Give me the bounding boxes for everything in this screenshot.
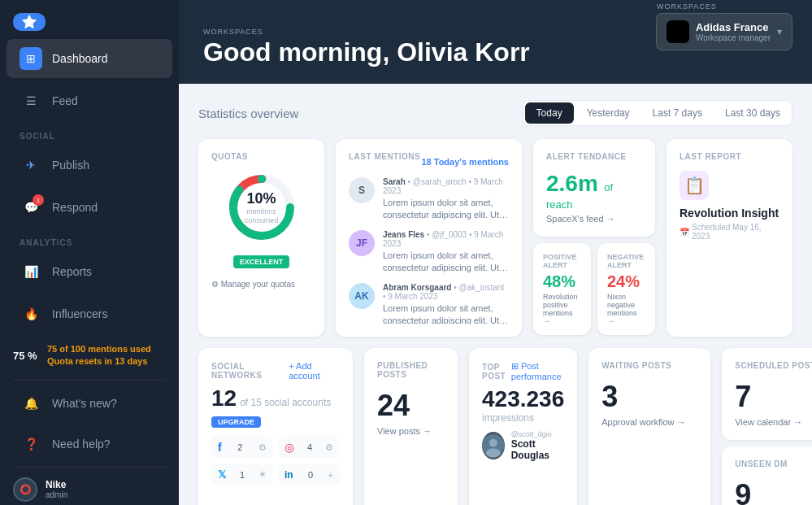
- pa-title: POSITIVE ALERT: [543, 253, 581, 269]
- author-handle: @scott_dgio: [511, 430, 565, 438]
- social-title: SOCIAL NETWORKS: [211, 362, 289, 380]
- pa-link[interactable]: Revolution positive mentions →: [543, 293, 581, 325]
- sidebar-item-label: What's new?: [52, 397, 117, 410]
- chevron-down-icon: ▾: [777, 26, 782, 37]
- sidebar-item-influencers[interactable]: 🔥 Influencers: [7, 294, 172, 333]
- cards-row-1: QUOTAS: [198, 139, 792, 337]
- alert-value: 2.6m: [546, 171, 598, 196]
- top-post-card: TOP POST ⊞ Post performance 423.236 impr…: [469, 348, 577, 505]
- sidebar-item-whats-new[interactable]: 🔔 What's new?: [7, 384, 172, 423]
- pa-value: 48%: [543, 272, 581, 291]
- time-btn-7days[interactable]: Last 7 days: [641, 101, 714, 125]
- workspace-label-text: WORKSPACES: [657, 2, 717, 11]
- dashboard-icon: ⊞: [20, 47, 42, 70]
- social-header: SOCIAL NETWORKS + Add account: [211, 361, 340, 381]
- sidebar-bottom: 75 % 75 of 100 mentions used Quota reset…: [0, 335, 179, 505]
- approval-link[interactable]: Approval workflow →: [601, 417, 697, 427]
- publish-icon: ✈: [20, 154, 42, 176]
- workspace-icon: 🅰: [667, 20, 689, 43]
- alert-tendance-card: ALERT TENDANCE 2.6m of reach SpaceX's fe…: [533, 139, 655, 237]
- divider: [13, 380, 166, 381]
- upgrade-badge[interactable]: UPGRADE: [211, 416, 261, 428]
- main-content: WORKSPACES 🅰 Adidas France Workspace man…: [179, 0, 812, 505]
- mention-text: Lorem ipsum dolor sit amet, consectetur …: [383, 250, 509, 275]
- user-nike[interactable]: ⭕ Nike admin: [0, 471, 179, 505]
- mention-item: JF Jeans Fles • @jf_0003 • 9 March 2023 …: [349, 230, 509, 275]
- facebook-icon: f: [218, 441, 222, 454]
- mentions-card: LAST MENTIONS 18 Today's mentions S Sara…: [336, 139, 522, 337]
- svg-marker-0: [22, 15, 37, 28]
- view-posts-link[interactable]: View posts →: [377, 426, 445, 436]
- author-avatar: [482, 432, 505, 459]
- mention-content: Sarah • @sarah_aroch • 9 March 2023 Lore…: [383, 177, 509, 222]
- time-btn-yesterday[interactable]: Yesterday: [575, 101, 641, 125]
- sidebar-item-respond[interactable]: 💬 1 Respond: [7, 188, 172, 227]
- sidebar-item-publish[interactable]: ✈ Publish: [7, 146, 172, 185]
- quota-section: 75 % 75 of 100 mentions used Quota reset…: [0, 335, 179, 377]
- sidebar-item-reports[interactable]: 📊 Reports: [7, 252, 172, 291]
- sidebar-item-dashboard[interactable]: ⊞ Dashboard: [7, 39, 172, 78]
- notification-icon: 🔔: [20, 392, 42, 415]
- post-author: @scott_dgio Scott Douglas: [482, 430, 564, 461]
- negative-alert-card: NEGATIVE ALERT 24% Nixon negative mentio…: [597, 243, 655, 335]
- sidebar-item-help[interactable]: ❓ Need help?: [7, 424, 172, 464]
- positive-alert-card: POSITIVE ALERT 48% Revolution positive m…: [533, 243, 591, 335]
- scheduled-posts-card: SCHEDULED POSTS 7 View calendar →: [722, 348, 812, 440]
- calendar-icon: 📅: [680, 228, 689, 237]
- tw-settings: ☀: [258, 469, 267, 480]
- alert-value-row: 2.6m of reach: [546, 171, 642, 211]
- nike-avatar: ⭕: [13, 477, 37, 502]
- waiting-posts-card: WAITING POSTS 3 Approval workflow →: [588, 348, 710, 505]
- mention-item: S Sarah • @sarah_aroch • 9 March 2023 Lo…: [349, 177, 509, 222]
- app-logo[interactable]: [13, 13, 46, 31]
- mentions-list: S Sarah • @sarah_aroch • 9 March 2023 Lo…: [349, 177, 509, 324]
- donut-container: 10% mentions consumed: [211, 171, 311, 244]
- mention-content: Abram Korsgaard • @ak_instant • 9 March …: [383, 283, 509, 324]
- time-btn-30days[interactable]: Last 30 days: [714, 101, 792, 125]
- sched-count: 7: [735, 380, 812, 414]
- linkedin-account: in 0 +: [278, 464, 340, 485]
- mention-text: Lorem ipsum dolor sit amet, consectetur …: [383, 303, 509, 324]
- excellent-badge: EXCELLENT: [233, 255, 290, 268]
- sched-title: SCHEDULED POSTS: [735, 361, 812, 370]
- na-link[interactable]: Nixon negative mentions →: [607, 293, 645, 325]
- social-section-label: SOCIAL: [0, 122, 179, 144]
- quota-text: 75 of 100 mentions used Quota resets in …: [47, 343, 151, 368]
- report-icon: 📋: [680, 171, 709, 200]
- sidebar-item-label: Dashboard: [52, 52, 108, 65]
- stats-title: Statistics overview: [198, 107, 298, 120]
- sidebar-item-label: Respond: [52, 201, 98, 214]
- linkedin-icon: in: [284, 469, 293, 481]
- sidebar-item-feed[interactable]: ☰ Feed: [7, 81, 172, 120]
- report-name: Revolution Insight: [680, 207, 779, 220]
- alert-title: ALERT TENDANCE: [546, 152, 642, 161]
- workspace-selector[interactable]: WORKSPACES 🅰 Adidas France Workspace man…: [656, 13, 792, 50]
- facebook-count: 2: [237, 442, 242, 452]
- social-icons-grid: f 2 ⚙ ◎ 4 ⚙ 𝕏 1 ☀ in: [211, 436, 340, 485]
- report-title: LAST REPORT: [680, 152, 779, 161]
- waiting-count: 3: [601, 380, 697, 414]
- top-post-header: TOP POST ⊞ Post performance: [482, 361, 564, 381]
- quotas-card: QUOTAS: [198, 139, 324, 337]
- influencers-icon: 🔥: [20, 303, 42, 325]
- spacex-link[interactable]: SpaceX's feed →: [546, 214, 642, 224]
- facebook-account: f 2 ⚙: [211, 436, 273, 459]
- pub-title: PUBLISHED POSTS: [377, 361, 445, 379]
- donut-label: mentions consumed: [243, 207, 280, 225]
- time-btn-today[interactable]: Today: [525, 102, 574, 124]
- add-account-btn[interactable]: + Add account: [289, 361, 340, 381]
- instagram-count: 4: [307, 442, 312, 452]
- linkedin-count: 0: [308, 470, 313, 480]
- manage-quotas-link[interactable]: ⚙ Manage your quotas: [211, 280, 311, 289]
- view-calendar-link[interactable]: View calendar →: [735, 417, 812, 427]
- respond-badge: 1: [33, 194, 44, 206]
- feed-icon: ☰: [20, 89, 42, 112]
- post-perf-link[interactable]: ⊞ Post performance: [511, 361, 564, 381]
- twitter-icon: 𝕏: [218, 468, 226, 481]
- sidebar-item-label: Publish: [52, 159, 89, 172]
- instagram-icon: ◎: [284, 441, 294, 454]
- impressions-value: 423.236: [482, 386, 564, 412]
- social-count-row: 12 of 15 social accounts: [211, 385, 340, 411]
- mention-item: AK Abram Korsgaard • @ak_instant • 9 Mar…: [349, 283, 509, 324]
- ig-settings: ⚙: [325, 442, 333, 453]
